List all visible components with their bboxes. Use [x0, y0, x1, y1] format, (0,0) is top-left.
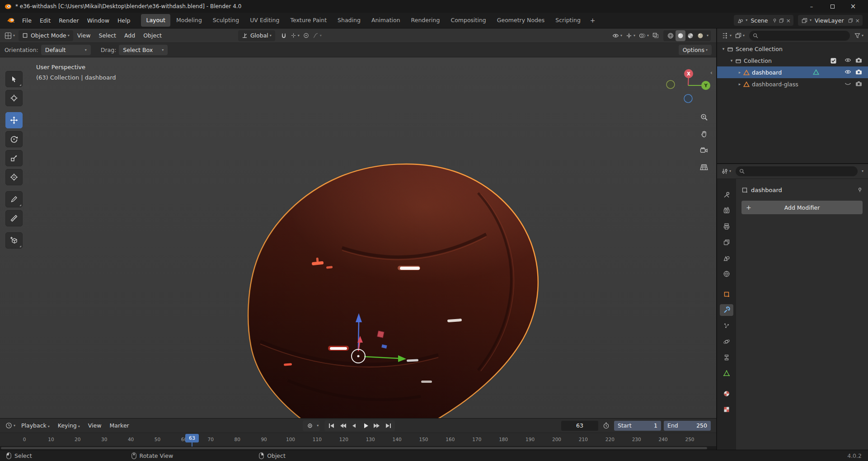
- viewport-menu-add[interactable]: Add: [120, 32, 139, 39]
- expand-icon[interactable]: ▸: [737, 82, 742, 86]
- viewport-menu-view[interactable]: View: [73, 32, 95, 39]
- tab-world[interactable]: [720, 268, 733, 280]
- copy-icon[interactable]: [848, 18, 853, 23]
- viewport-canvas[interactable]: X Y User Perspective (63) Collection | d…: [0, 57, 716, 418]
- transform-orientation-dropdown[interactable]: Global ▾: [238, 30, 275, 41]
- workspace-tab-geometry-nodes[interactable]: Geometry Nodes: [492, 14, 549, 27]
- add-workspace-button[interactable]: +: [586, 17, 600, 24]
- outliner-row-scene-collection[interactable]: ▾ Scene Collection: [717, 43, 868, 55]
- tab-render[interactable]: [720, 205, 733, 216]
- tool-select-box[interactable]: [5, 71, 23, 87]
- tool-scale[interactable]: [5, 150, 23, 166]
- tab-material[interactable]: [720, 388, 733, 400]
- dashboard-mesh[interactable]: [248, 130, 560, 418]
- show-overlays-button[interactable]: ▾: [637, 30, 651, 41]
- timeline-menu-keying[interactable]: Keying▾: [54, 422, 84, 429]
- current-frame-field[interactable]: 63: [561, 421, 598, 431]
- add-modifier-button[interactable]: + Add Modifier: [741, 201, 863, 214]
- sidebar-collapse-chevron[interactable]: ‹: [710, 69, 713, 76]
- drag-dropdown[interactable]: Select Box ▾: [119, 45, 168, 55]
- play-button[interactable]: [360, 421, 371, 431]
- playhead[interactable]: 63: [185, 434, 199, 447]
- xray-toggle-button[interactable]: [651, 30, 661, 41]
- hide-in-viewport-toggle[interactable]: [845, 57, 851, 63]
- tab-texture[interactable]: [720, 404, 733, 415]
- viewport-menu-object[interactable]: Object: [139, 32, 166, 39]
- axis-z-ball[interactable]: [684, 94, 692, 103]
- tab-modifiers[interactable]: [720, 304, 733, 316]
- expand-icon[interactable]: ▾: [729, 58, 734, 63]
- menu-file[interactable]: File: [18, 13, 36, 28]
- tab-particles[interactable]: [720, 320, 733, 332]
- expand-icon[interactable]: ▾: [721, 47, 726, 51]
- pan-hand-button[interactable]: [698, 127, 710, 140]
- properties-search-input[interactable]: [736, 166, 858, 176]
- timeline-menu-view[interactable]: View: [84, 422, 106, 429]
- jump-to-end-button[interactable]: [382, 421, 394, 431]
- outliner-row-dashboard-glass[interactable]: ▸ dashboard-glass: [717, 78, 868, 90]
- options-dropdown[interactable]: Options ▾: [679, 45, 712, 55]
- proportional-falloff-button[interactable]: ▾: [311, 30, 324, 41]
- tab-output[interactable]: [720, 221, 733, 232]
- maximize-button[interactable]: [822, 0, 843, 13]
- menu-edit[interactable]: Edit: [36, 13, 55, 28]
- gizmo-plane-x[interactable]: [377, 331, 384, 338]
- tab-view-layer[interactable]: [720, 236, 733, 248]
- hide-in-viewport-toggle[interactable]: [845, 69, 851, 75]
- viewport-menu-select[interactable]: Select: [94, 32, 120, 39]
- tab-tool[interactable]: [720, 189, 733, 201]
- minimize-button[interactable]: –: [801, 0, 822, 13]
- proportional-editing-button[interactable]: [301, 30, 311, 41]
- outliner-filter-button[interactable]: ▾: [853, 30, 865, 41]
- tool-measure[interactable]: [5, 210, 23, 226]
- workspace-tab-compositing[interactable]: Compositing: [446, 14, 491, 27]
- tab-object-data[interactable]: [720, 367, 733, 379]
- workspace-tab-animation[interactable]: Animation: [366, 14, 405, 27]
- hide-in-viewport-toggle[interactable]: [845, 81, 851, 86]
- play-reverse-button[interactable]: [348, 421, 360, 431]
- camera-view-button[interactable]: [698, 144, 710, 157]
- workspace-tab-modeling[interactable]: Modeling: [171, 14, 207, 27]
- pin-icon[interactable]: [772, 18, 777, 23]
- workspace-tab-texture-paint[interactable]: Texture Paint: [285, 14, 332, 27]
- copy-icon[interactable]: [779, 18, 784, 23]
- collection-checkbox[interactable]: [830, 58, 836, 64]
- pin-icon[interactable]: [857, 187, 863, 193]
- toggle-perspective-grid-button[interactable]: [698, 161, 710, 174]
- zoom-button[interactable]: [698, 111, 710, 123]
- next-keyframe-button[interactable]: [371, 421, 382, 431]
- outliner-editor-type-button[interactable]: ▾: [720, 30, 733, 41]
- tab-scene[interactable]: [720, 252, 733, 264]
- tab-object[interactable]: [720, 288, 733, 300]
- timeline-menu-marker[interactable]: Marker: [106, 422, 133, 429]
- shading-material-button[interactable]: [685, 30, 695, 41]
- workspace-tab-layout[interactable]: Layout: [141, 14, 170, 27]
- use-preview-range-button[interactable]: [601, 420, 611, 431]
- playhead-frame-chip[interactable]: 63: [185, 434, 199, 442]
- remove-view-layer-icon[interactable]: ×: [855, 17, 860, 24]
- tab-physics[interactable]: [720, 336, 733, 348]
- orientation-dropdown[interactable]: Default ▾: [41, 45, 91, 55]
- show-gizmo-button[interactable]: ▾: [624, 30, 637, 41]
- timeline-menu-playback[interactable]: Playback▾: [17, 422, 54, 429]
- snap-settings-button[interactable]: ▾: [289, 30, 301, 41]
- tool-rotate[interactable]: [5, 131, 23, 147]
- jump-to-start-button[interactable]: [326, 421, 337, 431]
- shading-wireframe-button[interactable]: [666, 30, 676, 41]
- outliner-row-dashboard[interactable]: ▸ dashboard: [717, 66, 868, 78]
- workspace-tab-rendering[interactable]: Rendering: [406, 14, 445, 27]
- disable-in-renders-toggle[interactable]: [855, 69, 862, 75]
- menu-help[interactable]: Help: [113, 13, 135, 28]
- workspace-tab-uv-editing[interactable]: UV Editing: [245, 14, 284, 27]
- outliner-display-mode-button[interactable]: ▾: [733, 30, 746, 41]
- menu-window[interactable]: Window: [83, 13, 113, 28]
- unlink-scene-icon[interactable]: ×: [786, 17, 791, 24]
- end-frame-field[interactable]: End 250: [664, 421, 711, 431]
- auto-keying-button[interactable]: [304, 421, 315, 431]
- disable-in-renders-toggle[interactable]: [855, 81, 862, 86]
- shading-solid-button[interactable]: [676, 30, 685, 41]
- timeline-editor-type-button[interactable]: ▾: [4, 420, 17, 431]
- snap-toggle-button[interactable]: [279, 30, 289, 41]
- start-frame-field[interactable]: Start 1: [614, 421, 661, 431]
- tool-transform[interactable]: [5, 169, 23, 185]
